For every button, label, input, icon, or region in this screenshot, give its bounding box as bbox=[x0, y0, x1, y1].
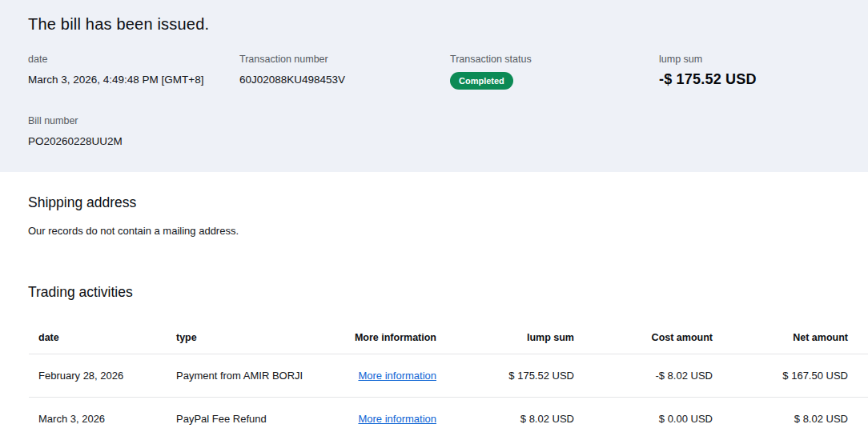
cell-lump-sum: $ 175.52 USD bbox=[446, 354, 584, 397]
transaction-status-label: Transaction status bbox=[450, 54, 659, 65]
cell-net-amount: $ 8.02 USD bbox=[722, 397, 868, 440]
table-row: March 3, 2026 PayPal Fee Refund More inf… bbox=[29, 397, 868, 440]
field-bill-number: Bill number PO20260228UU2M bbox=[28, 115, 868, 147]
more-information-link[interactable]: More information bbox=[358, 413, 436, 425]
cell-more-information: More information bbox=[304, 354, 446, 397]
column-header-more-information: More information bbox=[304, 322, 446, 354]
bill-detail-main: Shipping address Our records do not cont… bbox=[0, 194, 868, 440]
bill-header: The bill has been issued. date March 3, … bbox=[0, 0, 868, 172]
column-header-date: date bbox=[29, 322, 167, 354]
date-label: date bbox=[28, 54, 239, 65]
cell-net-amount: $ 167.50 USD bbox=[722, 354, 868, 397]
bill-number-value: PO20260228UU2M bbox=[28, 135, 868, 147]
trading-activities-section: Trading activities date type More inform… bbox=[28, 284, 868, 440]
cell-lump-sum: $ 8.02 USD bbox=[446, 397, 584, 440]
column-header-lump-sum: lump sum bbox=[446, 322, 584, 354]
column-header-type: type bbox=[167, 322, 304, 354]
transaction-number-value: 60J02088KU498453V bbox=[239, 74, 450, 86]
table-header-row: date type More information lump sum Cost… bbox=[29, 322, 868, 354]
status-badge: Completed bbox=[450, 72, 513, 90]
lump-sum-label: lump sum bbox=[659, 54, 868, 65]
summary-fields-row: date March 3, 2026, 4:49:48 PM [GMT+8] T… bbox=[28, 54, 868, 90]
field-transaction-status: Transaction status Completed bbox=[450, 54, 659, 90]
bill-number-label: Bill number bbox=[28, 115, 868, 126]
cell-type: PayPal Fee Refund bbox=[167, 397, 304, 440]
cell-more-information: More information bbox=[304, 397, 446, 440]
table-row: February 28, 2026 Payment from AMIR BORJ… bbox=[29, 354, 868, 397]
shipping-address-title: Shipping address bbox=[28, 194, 868, 211]
shipping-address-empty-message: Our records do not contain a mailing add… bbox=[28, 225, 868, 237]
transaction-number-label: Transaction number bbox=[239, 54, 450, 65]
field-date: date March 3, 2026, 4:49:48 PM [GMT+8] bbox=[28, 54, 239, 90]
trading-activities-table: date type More information lump sum Cost… bbox=[29, 322, 868, 440]
more-information-link[interactable]: More information bbox=[358, 370, 436, 382]
page-title: The bill has been issued. bbox=[28, 15, 868, 34]
shipping-address-section: Shipping address Our records do not cont… bbox=[28, 194, 868, 237]
date-value: March 3, 2026, 4:49:48 PM [GMT+8] bbox=[28, 74, 239, 86]
cell-cost-amount: $ 0.00 USD bbox=[584, 397, 722, 440]
lump-sum-value: -$ 175.52 USD bbox=[659, 71, 868, 88]
field-lump-sum: lump sum -$ 175.52 USD bbox=[659, 54, 868, 90]
column-header-cost-amount: Cost amount bbox=[584, 322, 722, 354]
cell-date: February 28, 2026 bbox=[29, 354, 167, 397]
trading-activities-title: Trading activities bbox=[28, 284, 868, 301]
field-transaction-number: Transaction number 60J02088KU498453V bbox=[239, 54, 450, 90]
cell-type: Payment from AMIR BORJI bbox=[167, 354, 304, 397]
cell-cost-amount: -$ 8.02 USD bbox=[584, 354, 722, 397]
cell-date: March 3, 2026 bbox=[29, 397, 167, 440]
column-header-net-amount: Net amount bbox=[722, 322, 868, 354]
